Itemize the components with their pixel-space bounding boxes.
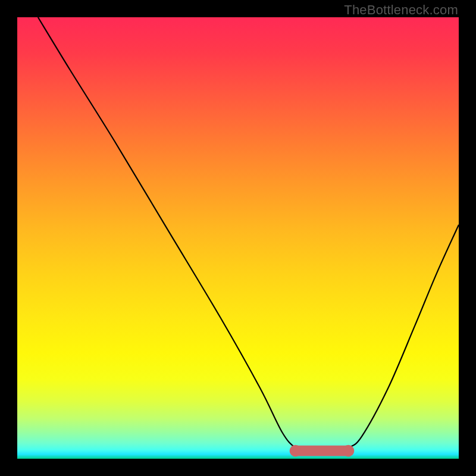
chart-container: TheBottleneck.com: [0, 0, 476, 476]
watermark-text: TheBottleneck.com: [344, 2, 458, 18]
plot-gradient-area: [17, 17, 459, 459]
